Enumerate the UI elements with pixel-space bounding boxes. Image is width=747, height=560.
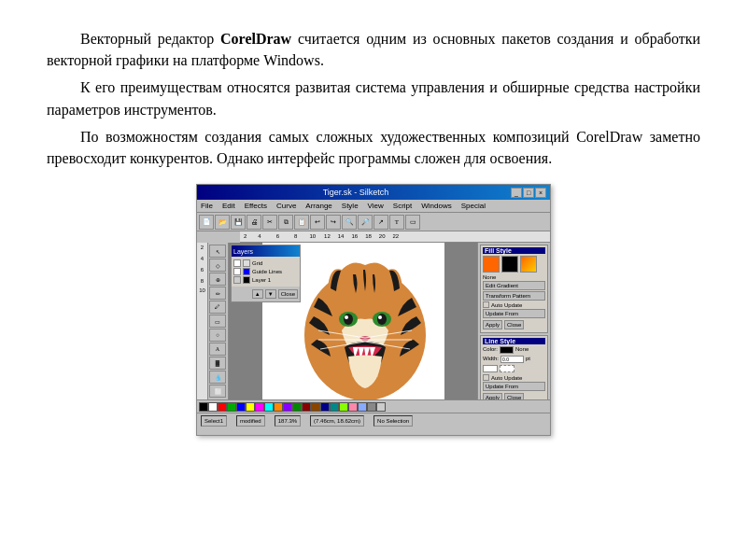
layer-grid-name: Grid [252,260,262,266]
close-line-btn[interactable]: Close [504,393,524,399]
menu-curve[interactable]: Curve [275,202,298,210]
layer-grid-checkbox[interactable] [233,259,241,267]
text-tool[interactable]: A [209,343,226,356]
palette-red[interactable] [218,402,227,412]
redo-btn[interactable]: ↪ [326,215,341,230]
palette-brown[interactable] [311,402,320,412]
zoom-out-btn[interactable]: 🔎 [358,215,373,230]
menu-script[interactable]: Script [391,202,414,210]
menu-effects[interactable]: Effects [243,202,269,210]
menu-edit[interactable]: Edit [220,202,237,210]
transform-pattern-btn[interactable]: Transform Pattern [483,291,545,301]
ellipse-tool[interactable]: ○ [209,329,226,342]
menu-file[interactable]: File [199,202,215,210]
undo-btn[interactable]: ↩ [310,215,325,230]
palette-navy[interactable] [320,402,330,412]
palette-pink[interactable] [348,402,358,412]
apply-line-btn[interactable]: Apply [483,393,502,399]
new-btn[interactable]: 📄 [199,215,214,230]
line-style-2[interactable] [500,365,514,372]
palette-orange[interactable] [274,402,283,412]
line-color-row: Color: None [483,346,545,354]
menu-view[interactable]: View [366,202,386,210]
maximize-button[interactable]: □ [523,188,534,198]
line-style-1[interactable] [483,365,498,372]
layers-remove-btn[interactable]: ▼ [265,289,276,299]
update-from-fill-btn[interactable]: Update From [483,309,545,318]
eraser-tool[interactable]: ⬜ [209,385,226,398]
palette-purple[interactable] [283,402,292,412]
minimize-button[interactable]: _ [511,188,522,198]
window-title: Tiger.sk - Silketch [201,188,511,197]
palette-black[interactable] [199,402,208,412]
apply-fill-btn[interactable]: Apply [483,320,502,329]
auto-update-line-checkbox[interactable] [483,374,489,381]
palette-lime[interactable] [339,402,348,412]
layers-panel-title: Layers [232,245,300,257]
line-action-buttons: Apply Close [483,392,545,399]
close-fill-btn[interactable]: Close [504,320,524,329]
screenshot-window[interactable]: Tiger.sk - Silketch _ □ × File Edit Effe… [196,184,551,436]
status-selection-label: No Selection [377,418,409,424]
copy-btn[interactable]: ⧉ [278,215,293,230]
line-color-swatch[interactable] [500,346,514,354]
layer-guide: Guide Lines [233,268,298,275]
palette-cyan[interactable] [264,402,274,412]
save-btn[interactable]: 💾 [231,215,246,230]
cut-btn[interactable]: ✂ [262,215,277,230]
auto-update-fill-checkbox[interactable] [483,301,489,308]
line-width-input[interactable]: 0.0 [500,356,524,363]
layers-close-btn[interactable]: Close [278,289,298,299]
status-bar: Select1 modified 187.3% (7.46cm, 18.62cm… [197,413,550,427]
menu-special[interactable]: Special [459,202,487,210]
eyedrop-tool[interactable]: 💧 [209,371,226,384]
palette-yellow[interactable] [246,402,255,412]
menu-style[interactable]: Style [340,202,360,210]
palette-magenta[interactable] [255,402,264,412]
text-btn[interactable]: T [389,215,404,230]
palette-white[interactable] [208,402,218,412]
palette-lightblue[interactable] [358,402,367,412]
fill-preset-1[interactable] [483,256,500,273]
menu-windows[interactable]: Windows [419,202,453,210]
node-tool[interactable]: ◇ [209,259,226,272]
fill-tool[interactable]: ▓ [209,357,226,370]
para1-bold: CorelDraw [220,31,291,47]
line-width-row: Width: 0.0 pt [483,356,545,363]
paste-btn[interactable]: 📋 [294,215,309,230]
zoom-tool[interactable]: ⊕ [209,273,226,286]
edit-gradient-btn[interactable]: Edit Gradient [483,281,545,290]
palette-darkgreen[interactable] [292,402,302,412]
layers-add-btn[interactable]: ▲ [252,289,263,299]
open-btn[interactable]: 📂 [215,215,230,230]
palette-gray[interactable] [367,402,376,412]
fill-action-buttons: Apply Close [483,319,545,330]
fill-preset-2[interactable] [501,256,518,273]
update-from-line-btn[interactable]: Update From [483,382,545,391]
palette-lightgray[interactable] [376,402,386,412]
close-button[interactable]: × [535,188,546,198]
palette-teal[interactable] [330,402,339,412]
pen-tool[interactable]: 🖊 [209,301,226,314]
fill-preset-3[interactable] [520,256,537,273]
pencil-tool[interactable]: ✏ [209,287,226,300]
arrow-btn[interactable]: ↗ [374,215,388,230]
palette-green[interactable] [227,402,236,412]
auto-update-fill-label: Auto Update [491,302,522,308]
ruler-horizontal: 246810121416182022 [240,231,550,243]
zoom-in-btn[interactable]: 🔍 [342,215,357,230]
palette-darkred[interactable] [302,402,311,412]
layer-1-color [243,276,250,284]
print-btn[interactable]: 🖨 [247,215,261,230]
rect-tool[interactable]: ▭ [209,315,226,328]
layer-1-checkbox[interactable] [233,276,241,284]
rect-btn[interactable]: ▭ [405,215,420,230]
title-bar-buttons: _ □ × [511,188,546,198]
layer-guide-checkbox[interactable] [233,268,241,275]
menu-arrange[interactable]: Arrange [303,202,333,210]
layers-content: Grid Guide Lines Layer 1 [232,257,300,287]
select-tool[interactable]: ↖ [209,245,226,258]
canvas-area[interactable]: Layers Grid Guide Lines [229,243,477,399]
paragraph-2: К его преимуществам относятся развитая с… [47,77,700,119]
palette-blue[interactable] [236,402,246,412]
